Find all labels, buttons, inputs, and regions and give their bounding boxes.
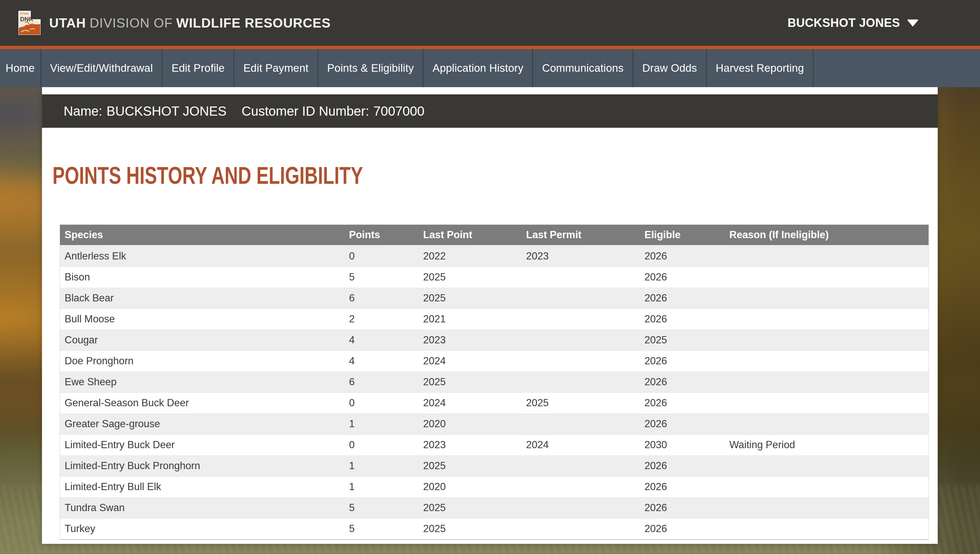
last-point-cell: 2025 <box>419 455 522 476</box>
last-point-cell: 2023 <box>419 330 522 350</box>
reason-cell <box>725 497 929 518</box>
eligible-cell: 2026 <box>640 309 725 330</box>
reason-cell <box>725 267 929 288</box>
brand-wildlife-resources: WILDLIFE RESOURCES <box>176 16 330 30</box>
table-row: Ewe Sheep 6 2025 2026 <box>60 371 929 393</box>
eligible-cell: 2030 <box>640 435 725 455</box>
species-cell: Doe Pronghorn <box>60 350 345 371</box>
table-row: Limited-Entry Buck Deer 0 2023 2024 2030… <box>60 435 929 455</box>
species-cell: Limited-Entry Buck Pronghorn <box>60 455 345 476</box>
nav-item[interactable]: Communications <box>533 49 634 87</box>
table-row: Antlerless Elk 0 2022 2023 2026 <box>60 245 929 267</box>
last-permit-cell <box>522 476 640 497</box>
points-cell: 5 <box>345 518 419 540</box>
last-point-cell: 2025 <box>419 267 522 288</box>
brand-title: UTAHDIVISION OFWILDLIFE RESOURCES <box>49 16 334 30</box>
last-point-cell: 2020 <box>419 476 522 497</box>
points-cell: 4 <box>345 330 419 350</box>
species-cell: Tundra Swan <box>60 497 345 518</box>
last-permit-cell: 2023 <box>522 245 640 267</box>
species-cell: General-Season Buck Deer <box>60 393 345 414</box>
points-cell: 2 <box>345 309 419 330</box>
last-point-cell: 2022 <box>419 245 522 267</box>
content-panel: Name: BUCKSHOT JONES Customer ID Number:… <box>42 87 938 544</box>
reason-cell <box>725 309 929 330</box>
table-row: Tundra Swan 5 2025 2026 <box>60 497 929 518</box>
dnr-logo-link[interactable]: UTAH DNR UTAHDIVISION OFWILDLIFE RESOURC… <box>18 11 334 35</box>
reason-cell <box>725 350 929 371</box>
column-header: Points <box>345 224 419 245</box>
eligible-cell: 2026 <box>640 245 725 267</box>
reason-cell <box>725 371 929 393</box>
reason-cell <box>725 393 929 414</box>
eligible-cell: 2026 <box>640 476 725 497</box>
nav-item[interactable]: Draw Odds <box>634 49 707 87</box>
table-row: Black Bear 6 2025 2026 <box>60 288 929 309</box>
last-permit-cell <box>522 497 640 518</box>
column-header: Species <box>60 224 345 245</box>
eligible-cell: 2026 <box>640 393 725 414</box>
reason-cell <box>725 455 929 476</box>
reason-cell <box>725 414 929 435</box>
table-row: Limited-Entry Buck Pronghorn 1 2025 2026 <box>60 455 929 476</box>
site-header: UTAH DNR UTAHDIVISION OFWILDLIFE RESOURC… <box>0 0 980 46</box>
last-permit-cell <box>522 455 640 476</box>
points-cell: 6 <box>345 288 419 309</box>
nav-item[interactable]: View/Edit/Withdrawal <box>41 49 163 87</box>
customer-name-value: BUCKSHOT JONES <box>107 104 227 119</box>
species-cell: Antlerless Elk <box>60 245 345 267</box>
species-cell: Bison <box>60 267 345 288</box>
column-header: Reason (If Ineligible) <box>725 224 929 245</box>
column-header: Eligible <box>640 224 725 245</box>
species-cell: Limited-Entry Buck Deer <box>60 435 345 455</box>
nav-item[interactable]: Home <box>0 49 41 87</box>
points-cell: 1 <box>345 455 419 476</box>
eligible-cell: 2025 <box>640 330 725 350</box>
eligible-cell: 2026 <box>640 518 725 540</box>
last-permit-cell <box>522 330 640 350</box>
nav-item[interactable]: Edit Profile <box>163 49 235 87</box>
species-cell: Bull Moose <box>60 309 345 330</box>
points-cell: 0 <box>345 245 419 267</box>
nav-item[interactable]: Harvest Reporting <box>707 49 814 87</box>
eligible-cell: 2026 <box>640 350 725 371</box>
last-permit-cell <box>522 414 640 435</box>
points-cell: 5 <box>345 267 419 288</box>
last-point-cell: 2024 <box>419 393 522 414</box>
eligible-cell: 2026 <box>640 267 725 288</box>
table-row: General-Season Buck Deer 0 2024 2025 202… <box>60 393 929 414</box>
svg-text:UTAH: UTAH <box>20 12 29 15</box>
last-permit-cell <box>522 288 640 309</box>
reason-cell <box>725 330 929 350</box>
customer-id-label: Customer ID Number: <box>242 104 369 119</box>
last-point-cell: 2025 <box>419 518 522 540</box>
brand-utah: UTAH <box>49 16 86 30</box>
column-header: Last Point <box>419 224 522 245</box>
species-cell: Ewe Sheep <box>60 371 345 393</box>
table-row: Limited-Entry Bull Elk 1 2020 2026 <box>60 476 929 497</box>
eligible-cell: 2026 <box>640 455 725 476</box>
points-cell: 1 <box>345 414 419 435</box>
customer-name-label: Name: <box>64 104 102 119</box>
main-nav: Home View/Edit/Withdrawal Edit Profile E… <box>0 49 980 87</box>
table-row: Bull Moose 2 2021 2026 <box>60 309 929 330</box>
species-cell: Turkey <box>60 518 345 540</box>
nav-item[interactable]: Points & Eligibility <box>318 49 424 87</box>
user-menu[interactable]: BUCKSHOT JONES <box>788 16 918 30</box>
reason-cell <box>725 245 929 267</box>
last-point-cell: 2024 <box>419 350 522 371</box>
last-permit-cell <box>522 350 640 371</box>
points-cell: 1 <box>345 476 419 497</box>
customer-name: Name: BUCKSHOT JONES <box>64 104 227 119</box>
species-cell: Limited-Entry Bull Elk <box>60 476 345 497</box>
last-permit-cell <box>522 518 640 540</box>
table-row: Bison 5 2025 2026 <box>60 267 929 288</box>
last-point-cell: 2025 <box>419 371 522 393</box>
table-row: Greater Sage-grouse 1 2020 2026 <box>60 414 929 435</box>
page-title: POINTS HISTORY AND ELIGIBILITY <box>53 162 717 188</box>
nav-item[interactable]: Edit Payment <box>235 49 318 87</box>
last-point-cell: 2025 <box>419 288 522 309</box>
eligible-cell: 2026 <box>640 371 725 393</box>
reason-cell <box>725 288 929 309</box>
nav-item[interactable]: Application History <box>424 49 533 87</box>
